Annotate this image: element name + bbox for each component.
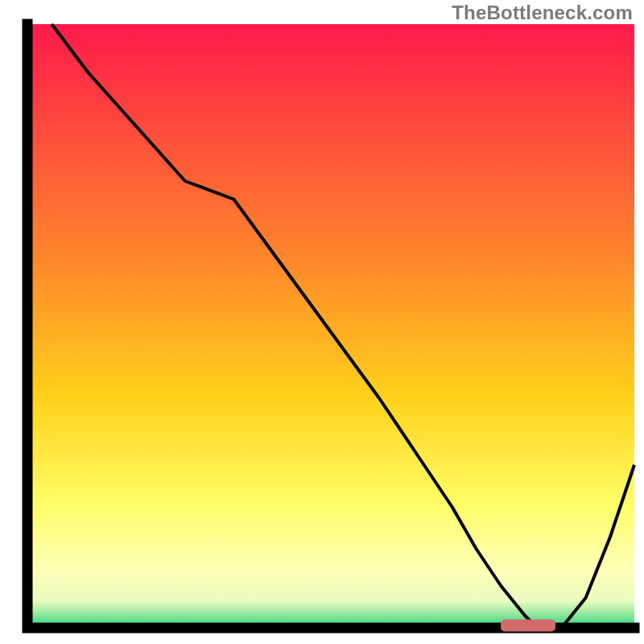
plot-background-gradient: [27, 24, 634, 628]
watermark-text: TheBottleneck.com: [452, 2, 633, 24]
bottleneck-chart: [0, 0, 644, 644]
chart-frame: TheBottleneck.com: [0, 0, 644, 644]
sweet-spot-marker: [501, 620, 555, 632]
